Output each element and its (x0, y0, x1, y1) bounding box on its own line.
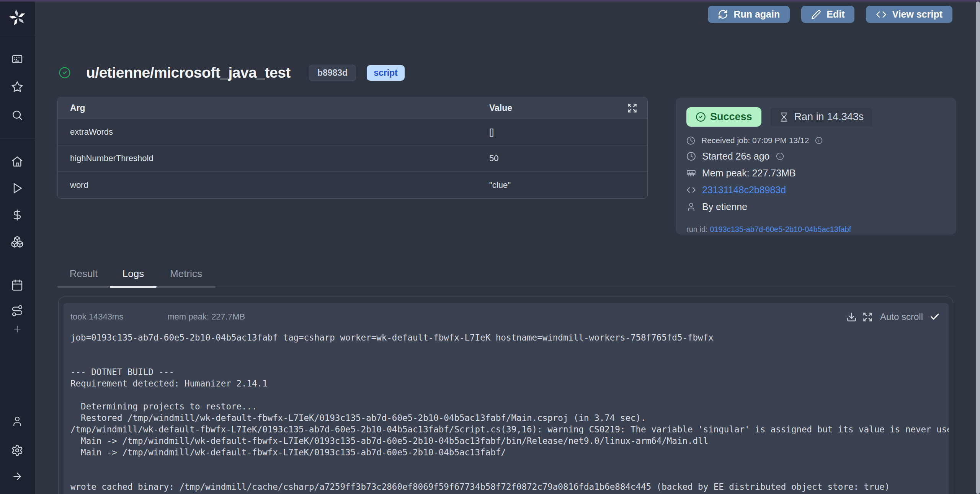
auto-scroll-checkbox[interactable] (929, 311, 940, 322)
arg-name: extraWords (70, 127, 489, 137)
sidebar-item-settings[interactable] (8, 442, 26, 459)
log-header: took 14343ms mem peak: 227.7MB Auto scro… (64, 303, 949, 322)
sidebar-item-kiosk[interactable] (8, 51, 26, 68)
script-hash-row: 23131148c2b8983d (686, 184, 946, 196)
triggered-by-label: By etienne (702, 201, 747, 212)
info-icon[interactable] (815, 137, 823, 144)
args-table-header: Arg Value (58, 97, 647, 119)
plus-icon (12, 324, 22, 334)
page-title: u/etienne/microsoft_java_test (86, 64, 291, 81)
window-top-edge (0, 0, 980, 2)
run-again-button[interactable]: Run again (708, 6, 790, 23)
info-icon[interactable] (776, 152, 784, 160)
edit-label: Edit (826, 9, 844, 20)
arg-value: [] (489, 127, 494, 137)
sidebar-item-home[interactable] (8, 153, 26, 170)
sidebar-item-schedules[interactable] (8, 276, 26, 294)
arg-value: 50 (489, 153, 498, 163)
sidebar-item-search[interactable] (8, 106, 26, 124)
log-output[interactable]: job=0193c135-ab7d-60e5-2b10-04b5ac13fabf… (64, 332, 949, 492)
tab-underline (157, 286, 216, 288)
code-icon (686, 185, 696, 195)
tab-metrics-label: Metrics (170, 268, 202, 280)
view-script-button[interactable]: View script (866, 6, 952, 23)
log-mem-peak: mem peak: 227.7MB (167, 312, 245, 322)
table-row: extraWords [] (58, 119, 647, 145)
tab-bar: Result Logs Metrics (57, 268, 216, 288)
triggered-by-row: By etienne (686, 201, 946, 212)
edit-button[interactable]: Edit (801, 6, 854, 23)
expand-args-button[interactable] (627, 103, 637, 113)
page-scrollbar[interactable] (976, 2, 980, 494)
tab-underline-active (110, 286, 157, 288)
started-row: Started 26s ago (686, 151, 946, 162)
sidebar-item-account[interactable] (8, 412, 26, 430)
log-panel: took 14343ms mem peak: 227.7MB Auto scro… (64, 303, 949, 494)
download-icon (846, 312, 857, 322)
sidebar-item-favorites[interactable] (8, 78, 26, 96)
kiosk-icon (11, 53, 23, 65)
tab-logs[interactable]: Logs (110, 268, 157, 288)
sidebar-divider (0, 139, 35, 139)
refresh-icon (718, 9, 728, 20)
args-table: Arg Value extraWords [] highNumberThresh… (57, 97, 648, 199)
run-id-label: run id: (686, 225, 710, 233)
mem-peak-row: Mem peak: 227.73MB (686, 168, 946, 179)
script-hash-link[interactable]: 23131148c2b8983d (702, 184, 786, 196)
arg-name: word (70, 180, 489, 190)
version-hash-badge: b8983d (309, 65, 356, 81)
started-label: Started 26s ago (702, 151, 770, 162)
download-logs-button[interactable] (846, 312, 857, 322)
windmill-logo-icon (9, 9, 26, 26)
dollar-icon (11, 209, 23, 221)
windmill-logo[interactable] (0, 0, 35, 35)
run-id-row: run id: 0193c135-ab7d-60e5-2b10-04b5ac13… (686, 225, 946, 234)
gear-icon (11, 444, 23, 457)
duration-label: Ran in 14.343s (794, 111, 864, 123)
title-row: u/etienne/microsoft_java_test b8983d scr… (59, 64, 405, 81)
table-row: highNumberThreshold 50 (58, 145, 647, 172)
sidebar-item-variables[interactable] (8, 206, 26, 224)
boxes-icon (11, 235, 24, 248)
mem-peak-label: Mem peak: 227.73MB (702, 168, 796, 179)
memory-icon (686, 168, 696, 178)
sidebar-item-resources[interactable] (8, 233, 26, 251)
star-icon (11, 81, 23, 93)
job-status-panel: Success Ran in 14.343s Received job: 07:… (676, 98, 956, 235)
sidebar-item-runs[interactable] (8, 179, 26, 197)
tab-logs-label: Logs (122, 268, 144, 280)
sidebar-item-flows[interactable] (8, 302, 26, 320)
run-again-label: Run again (733, 9, 780, 20)
duration-chip: Ran in 14.343s (771, 108, 872, 126)
code-icon (876, 9, 887, 20)
expand-icon (862, 312, 873, 322)
user-icon (686, 202, 696, 212)
args-column-value: Value (489, 103, 627, 113)
search-icon (11, 109, 23, 121)
status-badge: Success (686, 107, 761, 127)
args-column-arg: Arg (70, 103, 489, 113)
status-badge-label: Success (710, 111, 752, 123)
tab-metrics[interactable]: Metrics (157, 268, 216, 288)
arg-value: "clue" (489, 180, 511, 190)
received-label: Received job: 07:09 PM 13/12 (701, 136, 809, 145)
expand-icon (627, 103, 637, 113)
clock-icon (686, 136, 695, 145)
script-kind-badge: script (367, 65, 405, 81)
home-icon (11, 155, 23, 168)
clock-icon (686, 152, 696, 161)
hourglass-icon (779, 112, 789, 122)
route-icon (11, 305, 23, 317)
tab-result[interactable]: Result (57, 268, 110, 288)
check-circle-icon (696, 112, 706, 122)
calendar-icon (11, 279, 23, 291)
sidebar (0, 0, 35, 494)
sidebar-item-add[interactable] (8, 320, 26, 338)
check-icon (929, 311, 940, 322)
auto-scroll-label: Auto scroll (880, 311, 923, 322)
run-id-link[interactable]: 0193c135-ab7d-60e5-2b10-04b5ac13fabf (710, 225, 851, 233)
sidebar-item-expand[interactable] (8, 468, 26, 485)
expand-logs-button[interactable] (862, 312, 873, 322)
view-script-label: View script (892, 9, 942, 20)
deployed-check-icon (59, 67, 71, 79)
